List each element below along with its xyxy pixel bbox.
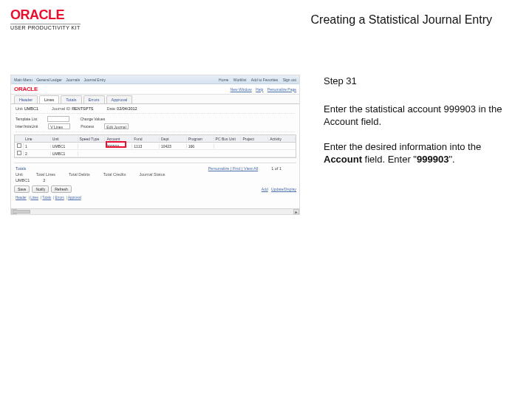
process-label: Process: [81, 124, 94, 129]
breadcrumb: Main Menu General Ledger Journals Journa…: [14, 78, 109, 82]
action-mid: field. Enter ": [362, 154, 417, 165]
tv-lines: 2: [43, 178, 45, 183]
checkbox-icon[interactable]: [17, 151, 21, 155]
step-action: Enter the desired information into the A…: [324, 140, 508, 166]
app-oracle-logo: ORACLE: [14, 86, 38, 92]
brand-block: ORACLE USER PRODUCTIVITY KIT: [10, 7, 81, 30]
notify-button[interactable]: Notify: [32, 185, 49, 193]
home-link[interactable]: Home: [219, 78, 228, 82]
action-value: 999903: [417, 154, 449, 165]
app-right-links: New Window Help Personalize Page: [228, 87, 296, 92]
crumb: Journal Entry: [84, 78, 106, 82]
col-account: Account: [105, 137, 132, 141]
add-link[interactable]: Add: [262, 187, 268, 191]
scroll-thumb[interactable]: [13, 210, 30, 214]
tab-totals[interactable]: Totals: [61, 95, 81, 103]
step-intro: Enter the statistical account 999903 in …: [324, 103, 508, 129]
row-select[interactable]: [15, 151, 24, 156]
crumb: General Ledger: [36, 78, 62, 82]
th-jstatus: Journal Status: [139, 172, 165, 177]
record-nav: Add Update/Display: [259, 187, 296, 191]
jid-value: RENTSPTS: [72, 106, 93, 111]
checkbox-icon[interactable]: [17, 143, 21, 148]
app-screenshot: Main Menu General Ledger Journals Journa…: [10, 75, 300, 215]
step-label: Step 31: [324, 75, 508, 88]
doc-title: Creating a Statistical Journal Entry: [311, 13, 492, 27]
crumb: Journals: [66, 78, 80, 82]
addfav-link[interactable]: Add to Favorites: [251, 78, 278, 82]
interintra-label: Inter/IntraUnit: [16, 124, 38, 129]
col-dept: Dept: [160, 137, 187, 141]
flink[interactable]: Approval: [68, 196, 81, 200]
interintra-input[interactable]: V Lines: [48, 123, 70, 129]
tab-approval[interactable]: Approval: [106, 95, 133, 103]
unit-label: Unit: [16, 106, 23, 111]
cell-line: 2: [24, 151, 51, 156]
th-credits: Total Credits: [103, 172, 126, 177]
lines-grid: Line Unit Speed Type Account Fund Dept P…: [14, 134, 296, 158]
cell-fund[interactable]: 1113: [132, 144, 160, 149]
flink[interactable]: Lines: [30, 196, 38, 200]
th-lines: Total Lines: [36, 172, 55, 177]
change-values-link[interactable]: Change Values: [80, 117, 105, 121]
help-link[interactable]: Help: [256, 87, 263, 92]
flink[interactable]: Header: [16, 196, 27, 200]
subform: Template List Change Values Inter/IntraU…: [16, 113, 295, 132]
action-suffix: ".: [449, 154, 454, 165]
cell-unit[interactable]: UMBC1: [51, 144, 78, 149]
crumb: Main Menu: [14, 78, 33, 82]
action-prefix: Enter the desired information into the: [324, 141, 481, 152]
signout-link[interactable]: Sign out: [283, 78, 296, 82]
instruction-panel: Step 31 Enter the statistical account 99…: [324, 75, 508, 215]
flink[interactable]: Errors: [55, 196, 64, 200]
button-bar: Save Notify Refresh Add Update/Display: [14, 185, 296, 193]
scroll-right-icon[interactable]: ►: [293, 209, 299, 214]
app-logo-bar: ORACLE New Window Help Personalize Page: [11, 84, 299, 95]
unit-value: UMBC1: [24, 106, 38, 111]
footer-tab-links: Header| Lines| Totals| Errors| Approval: [11, 195, 299, 200]
table-row: 2 UMBC1: [15, 150, 296, 157]
personalize-link[interactable]: Personalize Page: [267, 87, 296, 92]
totals-range: 1 of 1: [271, 166, 282, 171]
horizontal-scrollbar[interactable]: ◄ ►: [11, 208, 299, 214]
col-activity: Activity: [268, 137, 296, 141]
oracle-logo: ORACLE: [10, 7, 81, 23]
cell-dept[interactable]: 10423: [160, 144, 187, 149]
tab-header[interactable]: Header: [14, 95, 38, 103]
new-window-link[interactable]: New Window: [231, 87, 252, 92]
save-button[interactable]: Save: [14, 185, 30, 193]
date-value: 02/04/2012: [117, 106, 137, 111]
process-select[interactable]: Edit Journal: [104, 123, 128, 129]
col-unit: Unit: [51, 137, 78, 141]
tab-strip: Header Lines Totals Errors Approval: [11, 95, 299, 104]
th-unit: Unit: [16, 172, 23, 177]
tab-lines[interactable]: Lines: [39, 95, 59, 103]
doc-header: ORACLE USER PRODUCTIVITY KIT Creating a …: [0, 0, 532, 30]
cell-line: 1: [24, 144, 51, 149]
worklist-link[interactable]: Worklist: [233, 78, 247, 82]
totals-section: Totals Personalize | Find | View All 1 o…: [14, 163, 296, 183]
cell-program[interactable]: 166: [187, 144, 214, 149]
flink[interactable]: Totals: [42, 196, 51, 200]
col-line: Line: [24, 137, 51, 141]
tv-unit: UMBC1: [16, 178, 30, 183]
col-fund: Fund: [132, 137, 160, 141]
account-field-highlight[interactable]: [106, 141, 126, 148]
action-field: Account: [324, 154, 362, 165]
top-meta: Home Worklist Add to Favorites Sign out: [215, 78, 296, 82]
update-link[interactable]: Update/Display: [271, 187, 296, 191]
tab-errors[interactable]: Errors: [83, 95, 105, 103]
template-label: Template List: [16, 117, 37, 121]
personalize-links[interactable]: Personalize | Find | View All: [208, 166, 259, 171]
cell-unit[interactable]: UMBC1: [51, 151, 78, 156]
col-project: Project: [241, 137, 268, 141]
date-label: Date: [106, 106, 115, 111]
jid-label: Journal ID: [52, 106, 70, 111]
refresh-button[interactable]: Refresh: [51, 185, 72, 193]
th-debits: Total Debits: [69, 172, 90, 177]
row-select[interactable]: [15, 143, 24, 149]
col-pcbu: PC Bus Unit: [214, 137, 242, 141]
template-input[interactable]: [47, 116, 69, 122]
col-speedtype: Speed Type: [78, 137, 106, 141]
app-breadcrumb-bar: Main Menu General Ledger Journals Journa…: [11, 75, 299, 84]
